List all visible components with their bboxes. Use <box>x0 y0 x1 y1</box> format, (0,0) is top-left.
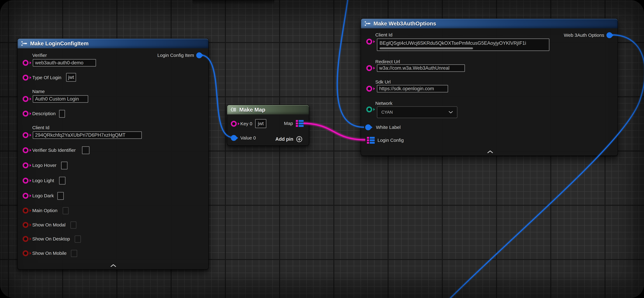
blueprint-graph-canvas[interactable]: Make LoginConfigItem Login Config Item V… <box>0 0 644 298</box>
node-header[interactable]: Make Map <box>227 105 309 114</box>
redirect-url-pin[interactable] <box>366 65 372 71</box>
show-on-mobile-label: Show On Mobile <box>32 250 66 256</box>
output-web3auth-options: Web 3Auth Options <box>564 32 614 38</box>
logo-light-label: Logo Light <box>32 178 54 183</box>
logo-hover-pin[interactable] <box>22 162 28 168</box>
white-label-label: White Label <box>376 125 400 130</box>
logo-light-pin[interactable] <box>22 178 28 184</box>
network-label: Network <box>375 101 392 106</box>
node-title: Make Web3AuthOptions <box>374 20 436 27</box>
client-id-label: Client Id <box>32 125 50 130</box>
client-id-pin[interactable] <box>366 39 372 44</box>
node-title: Make LoginConfigItem <box>30 40 88 46</box>
main-option-pin[interactable] <box>22 208 28 214</box>
make-struct-icon <box>364 21 371 26</box>
show-on-modal-label: Show On Modal <box>32 222 66 228</box>
logo-light-input[interactable] <box>59 177 66 184</box>
name-label: Name <box>32 89 45 94</box>
description-pin[interactable] <box>22 111 28 116</box>
node-header[interactable]: Make Web3AuthOptions <box>361 19 618 28</box>
key-0-pin[interactable] <box>231 121 237 127</box>
type-of-login-input[interactable]: jwt <box>66 73 76 82</box>
login-config-pin-icon[interactable] <box>367 137 375 144</box>
node-title: Make Map <box>239 106 265 113</box>
verifier-input[interactable]: web3auth-auth0-demo <box>33 59 96 66</box>
description-label: Description <box>32 111 56 116</box>
name-pin[interactable] <box>22 96 28 102</box>
logo-dark-label: Logo Dark <box>32 193 54 198</box>
collapse-chevron-icon[interactable] <box>487 150 493 153</box>
redirect-url-input[interactable]: w3a://com.w3a.Web3AuthUnreal <box>377 64 465 72</box>
verifier-sub-identifier-input[interactable] <box>82 146 90 154</box>
value-0-pin[interactable] <box>231 135 237 141</box>
verifier-sub-identifier-pin[interactable] <box>22 147 28 153</box>
output-pin-label: Web 3Auth Options <box>564 32 604 38</box>
show-on-desktop-label: Show On Desktop <box>32 236 70 242</box>
offscreen-node-shadow <box>192 0 274 5</box>
white-label-pin[interactable] <box>365 124 371 130</box>
client-id-value: BEglQSgt4cUWcj6SKRdu5QkOXTsePmMcusG5EAoy… <box>380 40 526 46</box>
client-id-scrollbar[interactable] <box>380 48 473 49</box>
network-selected-value: CYAN <box>382 110 393 115</box>
map-output-pin-icon[interactable] <box>296 120 304 127</box>
logo-hover-label: Logo Hover <box>32 163 56 168</box>
wire-map-to-loginconfig <box>304 123 365 140</box>
verifier-sub-identifier-label: Verifier Sub Identifier <box>32 148 76 153</box>
wire-top-to-whitelabel <box>337 0 364 127</box>
map-output-label: Map <box>284 121 293 126</box>
node-make-map[interactable]: Make Map Key 0 jwt Map Value 0 Add pin <box>227 105 309 146</box>
add-pin-plus-icon[interactable] <box>296 136 303 142</box>
add-pin-label: Add pin <box>276 136 293 142</box>
wire-map-to-loginconfig-glow <box>304 123 365 140</box>
map-output: Map <box>284 120 304 127</box>
client-id-input[interactable]: 294QRkchfq2YaXUbPri7D6PH7xzHgQMT <box>33 132 142 139</box>
wire-top-to-whitelabel-glow <box>337 0 364 127</box>
client-id-input[interactable]: BEglQSgt4cUWcj6SKRdu5QkOXTsePmMcusG5EAoy… <box>377 38 550 51</box>
network-pin[interactable] <box>366 106 372 112</box>
logo-hover-input[interactable] <box>61 162 68 170</box>
show-on-mobile-checkbox[interactable] <box>71 250 77 257</box>
output-login-config-item: Login Config Item <box>158 52 204 58</box>
key-0-label: Key 0 <box>240 121 252 126</box>
login-config-item-output-pin[interactable] <box>196 52 202 58</box>
node-make-loginconfigitem[interactable]: Make LoginConfigItem Login Config Item V… <box>17 38 209 270</box>
verifier-label: Verifier <box>32 53 47 58</box>
logo-dark-input[interactable] <box>57 192 64 200</box>
output-pin-label: Login Config Item <box>158 53 194 58</box>
client-id-label: Client Id <box>375 32 392 38</box>
show-on-desktop-pin[interactable] <box>22 236 28 242</box>
main-option-checkbox[interactable] <box>63 207 68 214</box>
type-of-login-label: Type Of Login <box>32 75 62 80</box>
logo-dark-pin[interactable] <box>22 193 28 199</box>
window-frame: Make LoginConfigItem Login Config Item V… <box>0 0 644 298</box>
type-of-login-pin[interactable] <box>22 75 28 80</box>
web3auth-options-output-pin[interactable] <box>606 32 612 38</box>
node-header[interactable]: Make LoginConfigItem <box>18 39 208 48</box>
show-on-modal-checkbox[interactable] <box>70 222 76 229</box>
show-on-modal-pin[interactable] <box>22 222 28 228</box>
chevron-down-icon <box>448 111 453 114</box>
node-make-web3authoptions[interactable]: Make Web3AuthOptions Web 3Auth Options C… <box>361 18 618 156</box>
key-0-input[interactable]: jwt <box>255 119 266 128</box>
redirect-url-label: Redirect Url <box>375 59 400 64</box>
collapse-chevron-icon[interactable] <box>110 264 116 267</box>
sdk-url-pin[interactable] <box>366 86 372 92</box>
make-map-icon <box>230 108 236 112</box>
add-pin-action[interactable]: Add pin <box>276 136 303 142</box>
network-dropdown[interactable]: CYAN <box>377 106 458 118</box>
sdk-url-input[interactable]: https://sdk.openlogin.com <box>377 85 448 92</box>
name-input[interactable]: Auth0 Custom Login <box>33 95 88 103</box>
client-id-pin[interactable] <box>22 132 28 138</box>
value-0-label: Value 0 <box>240 135 256 140</box>
verifier-pin[interactable] <box>22 60 28 66</box>
make-struct-icon <box>21 41 27 46</box>
sdk-url-label: Sdk Url <box>375 79 390 85</box>
login-config-label: Login Config <box>378 138 404 143</box>
main-option-label: Main Option <box>32 208 58 213</box>
show-on-desktop-checkbox[interactable] <box>75 236 81 243</box>
description-input[interactable] <box>59 110 65 118</box>
show-on-mobile-pin[interactable] <box>22 250 28 256</box>
